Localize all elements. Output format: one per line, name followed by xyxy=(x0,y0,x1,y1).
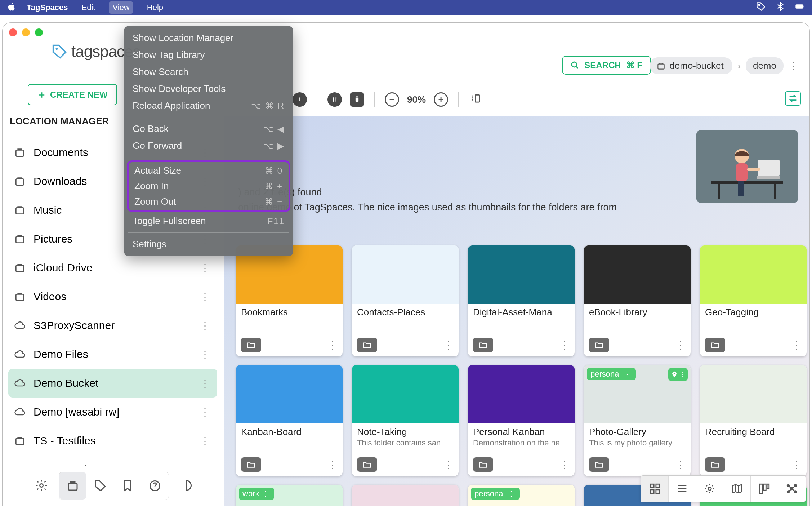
location-more-icon[interactable]: ⋮ xyxy=(200,262,210,274)
main-content: ) and 2 file(s) found online demo ot Tag… xyxy=(224,116,809,506)
folder-icon xyxy=(473,457,493,472)
tags-tab-icon[interactable] xyxy=(86,472,114,500)
card-more-icon[interactable]: ⋮ xyxy=(327,459,338,471)
toggle-panel-icon[interactable] xyxy=(785,91,801,106)
battery-icon[interactable] xyxy=(795,1,805,14)
menubar-edit[interactable]: Edit xyxy=(78,1,99,14)
menu-item[interactable]: Go Back⌥ ◀ xyxy=(124,120,293,137)
menu-item[interactable]: Toggle FullscreenF11 xyxy=(124,213,293,230)
tag-tray-icon[interactable] xyxy=(756,1,766,14)
folder-card[interactable]: Digital-Asset-Mana⋮ xyxy=(468,245,575,356)
folder-card[interactable]: Contacts-Places⋮ xyxy=(352,245,459,356)
locations-tab-icon[interactable] xyxy=(59,472,86,500)
sidebar-location-item[interactable]: S3ProxyScanner⋮ xyxy=(8,311,217,340)
sort-button[interactable] xyxy=(327,92,342,107)
folder-card[interactable]: personal ⋮⋮Photo-GalleryThis is my photo… xyxy=(584,365,691,476)
folder-card[interactable]: Note-TakingThis folder contains san⋮ xyxy=(352,365,459,476)
card-more-icon[interactable]: ⋮ xyxy=(559,459,570,471)
sidebar-location-item[interactable]: iCloud Drive⋮ xyxy=(8,253,217,282)
card-more-icon[interactable]: ⋮ xyxy=(443,339,454,351)
kanban-view-icon[interactable] xyxy=(751,476,778,502)
menu-item[interactable]: Show Tag Library xyxy=(124,46,293,63)
location-more-icon[interactable]: ⋮ xyxy=(200,377,210,389)
zoom-in-button[interactable]: + xyxy=(434,92,448,107)
card-more-icon[interactable]: ⋮ xyxy=(675,459,686,471)
clipboard-button[interactable] xyxy=(350,92,364,107)
menu-item-label: Go Back xyxy=(133,123,169,134)
location-more-icon[interactable]: ⋮ xyxy=(200,435,210,447)
folder-card[interactable]: personal ⋮ xyxy=(468,485,575,506)
grid-view-icon[interactable] xyxy=(641,476,669,502)
help-tab-icon[interactable] xyxy=(141,472,169,500)
menu-item-label: Actual Size xyxy=(134,165,181,176)
sidebar-location-item[interactable]: Demo Bucket⋮ xyxy=(8,369,217,398)
sidebar-location-item[interactable]: TS Pro Releases AWS⋮ xyxy=(8,455,217,466)
folder-card[interactable]: Personal KanbanDemonstration on the ne⋮ xyxy=(468,365,575,476)
card-more-icon[interactable]: ⋮ xyxy=(443,459,454,471)
breadcrumb-current[interactable]: demo xyxy=(746,57,784,74)
sidebar-location-item[interactable]: Demo [wasabi rw]⋮ xyxy=(8,398,217,426)
menu-item[interactable]: Go Forward⌥ ▶ xyxy=(124,137,293,154)
svg-rect-32 xyxy=(656,484,659,488)
folder-icon xyxy=(473,338,493,352)
theme-toggle-icon[interactable] xyxy=(173,472,200,499)
svg-rect-34 xyxy=(656,490,659,493)
tag-chip[interactable]: personal ⋮ xyxy=(471,488,520,500)
folder-card[interactable] xyxy=(352,485,459,506)
location-more-icon[interactable]: ⋮ xyxy=(200,291,210,303)
zoom-out-button[interactable]: − xyxy=(385,92,399,107)
card-more-icon[interactable]: ⋮ xyxy=(559,339,570,351)
folder-card[interactable]: Bookmarks⋮ xyxy=(236,245,343,356)
breadcrumb-more-icon[interactable]: ⋮ xyxy=(789,60,799,72)
menu-item[interactable]: Show Search xyxy=(124,63,293,80)
menu-item[interactable]: Settings xyxy=(124,236,293,253)
search-button[interactable]: SEARCH ⌘ F xyxy=(562,56,651,75)
card-more-icon[interactable]: ⋮ xyxy=(791,339,802,351)
window-close-button[interactable] xyxy=(9,28,17,36)
menu-item[interactable]: Reload Application⌥ ⌘ R xyxy=(124,97,293,114)
svg-rect-33 xyxy=(650,490,654,493)
card-thumbnail: work ⋮ xyxy=(236,485,343,506)
tag-chip[interactable]: work ⋮ xyxy=(239,488,274,500)
menu-item[interactable]: Show Location Manager xyxy=(124,30,293,46)
sidebar-location-item[interactable]: Videos⋮ xyxy=(8,282,217,311)
menubar-view[interactable]: View xyxy=(109,1,133,14)
menubar-help[interactable]: Help xyxy=(143,1,167,14)
folder-card[interactable]: Kanban-Board⋮ xyxy=(236,365,343,476)
location-more-icon[interactable]: ⋮ xyxy=(200,406,210,418)
tag-chip[interactable]: personal ⋮ xyxy=(587,368,636,380)
location-more-icon[interactable]: ⋮ xyxy=(200,464,210,466)
card-title: Digital-Asset-Mana xyxy=(468,304,575,318)
info-button[interactable]: i xyxy=(293,92,307,107)
menu-item[interactable]: Zoom Out⌘ − xyxy=(129,194,289,209)
window-maximize-button[interactable] xyxy=(35,28,43,36)
split-view-icon[interactable] xyxy=(469,93,481,106)
window-minimize-button[interactable] xyxy=(22,28,30,36)
menu-item[interactable]: Show Developer Tools xyxy=(124,80,293,97)
gallery-view-icon[interactable] xyxy=(696,476,723,502)
list-view-icon[interactable] xyxy=(669,476,696,502)
settings-icon[interactable] xyxy=(28,472,55,499)
card-more-icon[interactable]: ⋮ xyxy=(327,339,338,351)
card-title: Contacts-Places xyxy=(352,304,459,318)
folder-card[interactable]: Geo-Tagging⋮ xyxy=(700,245,807,356)
card-more-icon[interactable]: ⋮ xyxy=(791,459,802,471)
create-new-button[interactable]: ＋ CREATE NEW xyxy=(28,84,117,105)
card-more-icon[interactable]: ⋮ xyxy=(675,339,686,351)
menu-item[interactable]: Actual Size⌘ 0 xyxy=(129,163,289,178)
folder-card[interactable]: Recruiting Board⋮ xyxy=(700,365,807,476)
location-more-icon[interactable]: ⋮ xyxy=(200,320,210,332)
svg-rect-2 xyxy=(804,6,804,8)
graph-view-icon[interactable] xyxy=(778,476,806,502)
folder-card[interactable]: eBook-Library⋮ xyxy=(584,245,691,356)
breadcrumb-root[interactable]: demo-bucket xyxy=(650,57,732,74)
bookmarks-tab-icon[interactable] xyxy=(114,472,141,500)
sidebar-location-item[interactable]: TS - Testfiles⋮ xyxy=(8,426,217,455)
sidebar-location-item[interactable]: Demo Files⋮ xyxy=(8,340,217,369)
map-view-icon[interactable] xyxy=(723,476,751,502)
folder-card[interactable]: work ⋮ xyxy=(236,485,343,506)
bluetooth-icon[interactable] xyxy=(775,1,785,14)
geo-tag-icon[interactable]: ⋮ xyxy=(668,368,688,381)
location-more-icon[interactable]: ⋮ xyxy=(200,349,210,360)
menu-item[interactable]: Zoom In⌘ + xyxy=(129,178,289,194)
